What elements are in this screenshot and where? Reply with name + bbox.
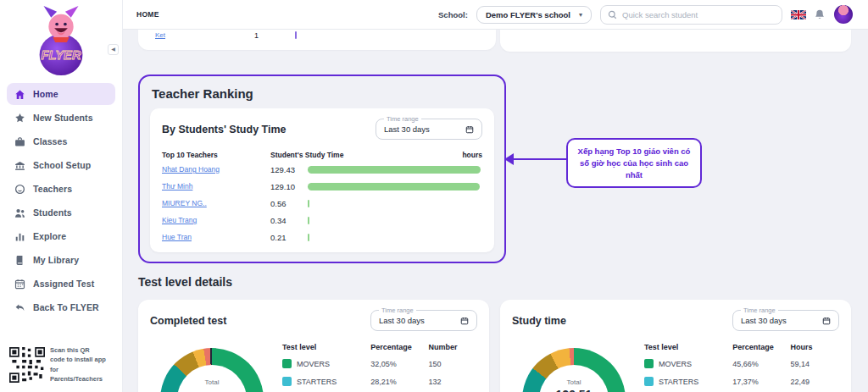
sidebar-item[interactable]: Students <box>7 202 115 224</box>
teacher-link[interactable]: Hue Tran <box>162 233 270 241</box>
sidebar-item-label: Back To FLYER <box>33 302 99 312</box>
level-percentage: 45,66% <box>732 360 790 368</box>
main-area: HOME School: Demo FLYER's school ▾ <box>123 0 868 392</box>
ket-bar <box>295 31 297 39</box>
sidebar-item-icon <box>14 207 25 218</box>
level-row: STARTERS 17,37% 22,49 <box>644 373 839 390</box>
sidebar-item[interactable]: Home <box>7 83 115 105</box>
student-search[interactable] <box>600 5 782 25</box>
teacher-hours: 0.34 <box>270 216 308 225</box>
sidebar-item[interactable]: Explore <box>7 225 115 247</box>
col-top-10-teachers: Top 10 Teachers <box>162 151 270 159</box>
teacher-hours: 129.10 <box>270 182 308 191</box>
level-rows: MOVERS 32,05% 150 <box>282 355 477 392</box>
annotation-callout: Xếp hạng Top 10 giáo viên có số giờ học … <box>566 138 702 188</box>
completed-test-title: Completed test <box>150 315 226 327</box>
sidebar-item[interactable]: School Setup <box>7 154 115 176</box>
test-level-details-title: Test level details <box>138 275 851 289</box>
teacher-hours: 0.56 <box>270 199 308 208</box>
sidebar-collapse-button[interactable]: ◀ <box>108 44 119 55</box>
col-hours: Hours <box>791 343 840 351</box>
teacher-link[interactable]: Kieu Trang <box>162 216 270 224</box>
level-row: STARTERS 28,21% 132 <box>282 373 477 390</box>
flyer-logo: FLYER <box>0 0 122 81</box>
ranking-card-title: By Students' Study Time <box>162 124 287 135</box>
sidebar-item-label: Explore <box>33 231 66 241</box>
level-value: 132 <box>429 378 478 386</box>
study-time-bar <box>308 234 309 241</box>
sidebar-item-icon <box>14 184 25 195</box>
study-time-bar <box>308 166 481 174</box>
teacher-link[interactable]: MIUREY NG.. <box>162 199 270 207</box>
time-range-picker[interactable]: Time range Last 30 days <box>370 310 477 331</box>
level-label: STARTERS <box>297 378 337 386</box>
school-select[interactable]: Demo FLYER's school ▾ <box>476 6 592 24</box>
teacher-link[interactable]: Nhat Dang Hoang <box>162 165 270 174</box>
level-row: MOVERS 32,05% 150 <box>282 355 477 373</box>
level-value: 59,14 <box>791 360 840 368</box>
study-time-card: Study time Time range Last 30 days <box>500 300 851 392</box>
level-value: 150 <box>429 360 478 368</box>
sidebar-item[interactable]: My Library <box>7 249 115 271</box>
sidebar-item-label: Home <box>33 89 58 99</box>
sidebar-item[interactable]: Assigned Test <box>7 273 115 295</box>
col-test-level: Test level <box>644 343 732 351</box>
study-time-bar <box>308 183 480 190</box>
sidebar-item-icon <box>14 255 25 266</box>
teacher-ranking-section: Teacher Ranking By Students' Study Time … <box>138 75 506 263</box>
sidebar-item-label: New Students <box>33 113 93 123</box>
completed-test-card: Completed test Time range Last 30 days <box>138 300 489 392</box>
sidebar-item-icon <box>14 136 25 147</box>
time-range-picker[interactable]: Time range Last 30 days <box>732 310 839 331</box>
study-time-title: Study time <box>512 315 566 327</box>
sidebar-item[interactable]: Teachers <box>7 178 115 200</box>
col-test-level: Test level <box>282 343 370 351</box>
completed-test-donut: Total <box>150 340 274 392</box>
sidebar-item-icon <box>14 160 25 171</box>
sidebar-item-icon <box>14 279 25 290</box>
user-avatar[interactable] <box>834 5 853 24</box>
teacher-link[interactable]: Thư Minh <box>162 182 270 190</box>
search-icon <box>608 10 617 19</box>
level-label: MOVERS <box>659 360 692 368</box>
language-flag-uk-icon[interactable] <box>791 10 806 19</box>
table-header: Test level Percentage Hours <box>644 340 839 355</box>
sidebar: FLYER ◀ Home New Students Classe <box>0 0 123 392</box>
study-time-table: Test level Percentage Hours <box>644 340 839 392</box>
table-header: Test level Percentage Number <box>282 340 477 355</box>
teacher-hours: 129.43 <box>270 165 308 174</box>
sidebar-item-icon <box>14 302 25 313</box>
time-range-picker[interactable]: Time range Last 30 days <box>376 119 482 140</box>
time-range-label: Time range <box>741 306 778 314</box>
dashboard-content: Ket 1 Teacher Ranking By Students' Study… <box>123 30 868 392</box>
search-input[interactable] <box>622 10 775 19</box>
ket-link[interactable]: Ket <box>155 31 254 39</box>
sidebar-item[interactable]: Classes <box>7 130 115 152</box>
col-study-time: Student's Study Time <box>270 151 448 159</box>
teacher-rows: Nhat Dang Hoang 129.43 Thư Minh 129.10 <box>162 161 482 246</box>
teacher-row: Nhat Dang Hoang 129.43 <box>162 161 482 178</box>
notification-bell-icon[interactable] <box>815 8 826 20</box>
study-time-bar <box>308 217 309 224</box>
sidebar-item-icon <box>14 113 25 124</box>
partial-card-right <box>500 30 851 52</box>
sidebar-item-icon <box>14 89 25 100</box>
sidebar-item-label: Assigned Test <box>33 279 94 289</box>
level-label: STARTERS <box>659 378 698 386</box>
sidebar-item[interactable]: New Students <box>7 107 115 129</box>
level-label: MOVERS <box>297 360 330 368</box>
time-range-label: Time range <box>384 115 421 123</box>
sidebar-item[interactable]: Back To FLYER <box>7 296 115 318</box>
donut-total-value: 129,51 <box>522 388 626 392</box>
sidebar-item-label: School Setup <box>33 160 91 170</box>
teacher-hours: 0.21 <box>270 233 308 242</box>
breadcrumb: HOME <box>136 10 159 19</box>
teacher-ranking-title: Teacher Ranking <box>152 86 494 101</box>
sidebar-item-label: My Library <box>33 255 79 265</box>
legend-swatch <box>644 359 654 368</box>
teacher-table: Top 10 Teachers Student's Study Time hou… <box>162 148 482 246</box>
donut-total-label: Total <box>522 378 626 386</box>
study-time-bar <box>308 200 309 207</box>
sidebar-item-icon <box>14 231 25 242</box>
calendar-icon <box>465 125 474 134</box>
